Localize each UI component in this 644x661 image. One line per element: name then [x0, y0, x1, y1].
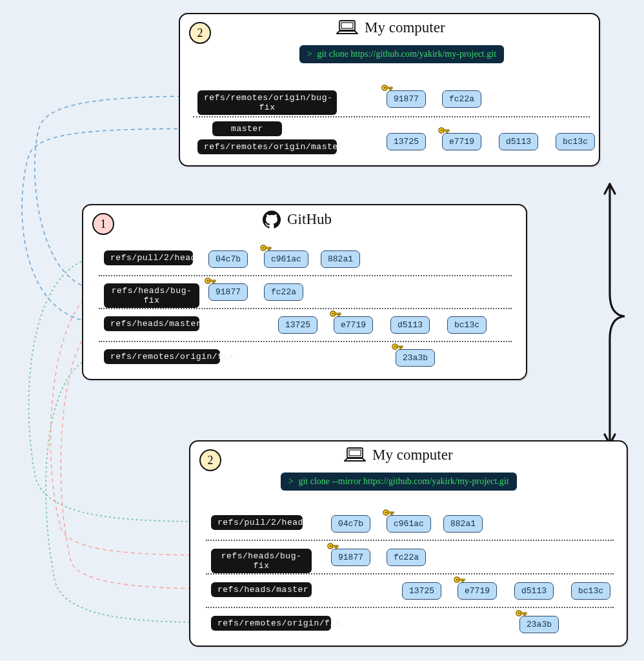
- svg-rect-59: [349, 450, 361, 456]
- svg-point-46: [205, 278, 210, 283]
- svg-point-72: [516, 611, 521, 616]
- commit-top-e7719: e7719: [442, 133, 481, 150]
- step-badge-1: 1: [92, 213, 114, 235]
- svg-rect-66: [332, 545, 338, 547]
- svg-point-50: [330, 311, 336, 316]
- terminal-top-cmd: git clone https://github.com/yakirk/my-p…: [317, 49, 496, 59]
- github-icon: [263, 210, 281, 229]
- brace-arrow: [605, 184, 625, 444]
- panel-title-github: GitHub: [263, 210, 332, 229]
- svg-point-60: [383, 510, 388, 515]
- terminal-bottom-prompt: >: [288, 476, 294, 486]
- ref-bot-pull: refs/pull/2/head: [211, 515, 303, 530]
- divider: [193, 116, 590, 117]
- commit-top-13725: 13725: [387, 133, 426, 150]
- step-badge-2-bottom: 2: [199, 449, 221, 471]
- commit-gh-13725: 13725: [278, 316, 317, 334]
- commit-bot-d5113: d5113: [514, 582, 554, 600]
- divider: [99, 308, 512, 309]
- commit-gh-e7719: e7719: [334, 316, 373, 334]
- panel-title-bottom: My computer: [344, 447, 453, 463]
- laptop-icon: [344, 447, 366, 463]
- svg-point-69: [456, 579, 458, 581]
- svg-rect-70: [459, 579, 465, 580]
- commit-gh-fc22a: fc22a: [264, 283, 303, 301]
- divider: [206, 607, 614, 608]
- panel-mycomputer-bottom: 2 My computer > git clone --mirror https…: [189, 440, 628, 647]
- svg-point-39: [441, 130, 443, 132]
- svg-rect-62: [388, 512, 394, 513]
- svg-point-47: [207, 280, 209, 282]
- step-badge-1-label: 1: [101, 218, 106, 231]
- commit-top-d5113: d5113: [499, 133, 538, 150]
- divider: [206, 540, 614, 541]
- svg-rect-52: [335, 313, 341, 314]
- terminal-bottom-cmd: git clone --mirror https://github.com/ya…: [298, 476, 508, 486]
- commit-bot-fc22a: fc22a: [387, 549, 426, 566]
- panel-title-bottom-text: My computer: [372, 447, 453, 463]
- commit-gh-882a1: 882a1: [321, 250, 360, 268]
- commit-bot-bc13c: bc13c: [571, 582, 610, 600]
- step-badge-2-top: 2: [189, 22, 211, 44]
- svg-point-65: [330, 545, 332, 547]
- divider: [99, 341, 512, 342]
- commit-gh-d5113: d5113: [390, 316, 430, 334]
- commit-top-bc13c: bc13c: [556, 133, 595, 150]
- svg-point-68: [454, 577, 459, 582]
- ref-top-master-remote: refs/remotes/origin/master: [197, 139, 337, 154]
- svg-point-34: [382, 85, 387, 90]
- divider: [206, 573, 614, 575]
- commit-gh-bc13c: bc13c: [447, 316, 487, 334]
- svg-rect-48: [210, 280, 216, 281]
- svg-point-35: [384, 87, 386, 89]
- ref-gh-master: refs/heads/master: [104, 316, 199, 331]
- panel-title-top: My computer: [336, 19, 445, 36]
- svg-rect-56: [397, 346, 403, 347]
- svg-point-73: [518, 613, 520, 615]
- svg-point-54: [392, 344, 397, 349]
- commit-gh-c961ac: c961ac: [264, 250, 308, 268]
- panel-title-top-text: My computer: [365, 19, 445, 36]
- terminal-top-prompt: >: [307, 49, 312, 59]
- step-badge-2-top-label: 2: [197, 26, 203, 40]
- commit-top-fc22a: fc22a: [442, 90, 481, 108]
- ref-bot-master: refs/heads/master: [211, 582, 312, 597]
- divider: [99, 275, 512, 276]
- svg-point-55: [394, 346, 396, 348]
- commit-top-91877: 91877: [387, 90, 426, 108]
- ref-gh-bugfix: refs/heads/bug-fix: [104, 283, 199, 308]
- ref-gh-remote-fix: refs/remotes/origin/fix: [104, 349, 220, 364]
- commit-bot-04c7b: 04c7b: [331, 515, 370, 533]
- commit-bot-13725: 13725: [402, 582, 441, 600]
- ref-bot-remote-fix: refs/remotes/origin/fix: [211, 616, 331, 631]
- terminal-top: > git clone https://github.com/yakirk/my…: [299, 45, 504, 63]
- ref-gh-pull: refs/pull/2/head: [104, 250, 193, 265]
- commit-bot-882a1: 882a1: [443, 515, 483, 533]
- svg-point-61: [385, 512, 387, 514]
- svg-rect-44: [265, 247, 271, 249]
- svg-rect-74: [521, 613, 527, 614]
- ref-top-master-local: master: [212, 121, 282, 136]
- svg-point-43: [263, 247, 265, 249]
- panel-github: 1 GitHub refs/pull/2/head refs/heads/bug…: [82, 204, 527, 380]
- commit-bot-91877: 91877: [331, 549, 370, 566]
- laptop-icon: [336, 19, 358, 36]
- svg-point-51: [332, 313, 334, 315]
- svg-point-64: [328, 544, 333, 549]
- svg-rect-33: [341, 23, 353, 28]
- commit-bot-e7719: e7719: [458, 582, 497, 600]
- svg-rect-36: [387, 87, 392, 88]
- step-badge-2-bottom-label: 2: [208, 454, 214, 467]
- svg-point-38: [439, 128, 444, 133]
- commit-gh-91877: 91877: [208, 283, 248, 301]
- commit-bot-c961ac: c961ac: [387, 515, 431, 533]
- commit-gh-23a3b: 23a3b: [396, 349, 435, 367]
- ref-bot-bugfix: refs/heads/bug-fix: [211, 549, 312, 573]
- ref-top-bugfix: refs/remotes/origin/bug-fix: [197, 90, 337, 115]
- commit-gh-04c7b: 04c7b: [208, 250, 248, 268]
- terminal-bottom: > git clone --mirror https://github.com/…: [281, 473, 517, 491]
- svg-point-42: [261, 245, 266, 250]
- panel-mycomputer-top: 2 My computer > git clone https://github…: [179, 13, 600, 167]
- svg-rect-40: [443, 130, 449, 131]
- commit-bot-23a3b: 23a3b: [519, 616, 559, 633]
